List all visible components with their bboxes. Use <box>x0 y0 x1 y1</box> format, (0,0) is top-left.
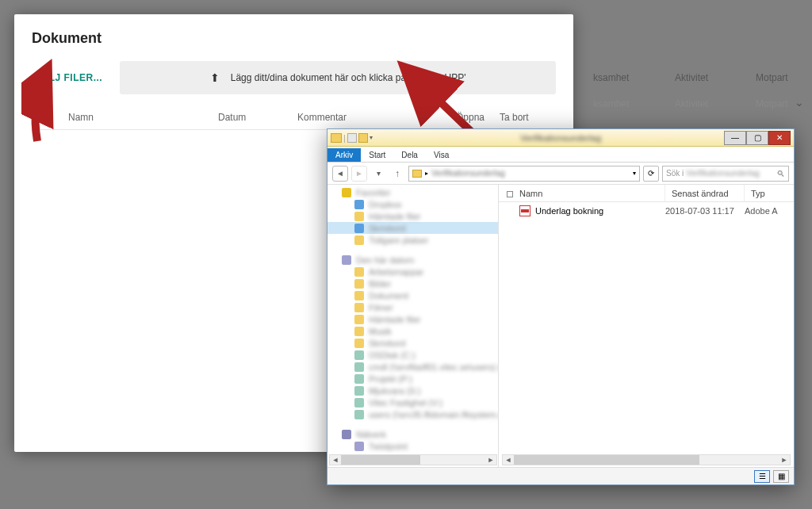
folder-icon <box>331 133 342 143</box>
tree-pc-item[interactable]: cmdl (\\srvfiladf01.vitec.se\users) (H:) <box>327 361 498 373</box>
tree-fav-item[interactable]: Dropbox <box>327 198 498 210</box>
search-icon: 🔍︎ <box>776 169 785 178</box>
refresh-button[interactable]: ⟳ <box>643 166 659 182</box>
scroll-left-icon[interactable]: ◄ <box>503 455 514 465</box>
path-separator-icon: ▸ <box>425 170 428 177</box>
bg-sub-aktivitet: Aktivitet <box>651 94 731 114</box>
tree-fav-item[interactable]: Tidigare platser <box>327 234 498 246</box>
tree-pc-item[interactable]: Projekt (P:) <box>327 373 498 385</box>
tab-start[interactable]: Start <box>361 148 393 162</box>
tree-thispc[interactable]: Den här datorn <box>327 254 498 266</box>
col-oppna: Öppna <box>456 112 500 123</box>
scroll-left-icon[interactable]: ◄ <box>330 456 341 464</box>
network-drive-icon <box>354 374 364 384</box>
tree-favorites[interactable]: Favoriter <box>327 186 498 198</box>
tree-pc-item[interactable]: Skrivbord <box>327 337 498 349</box>
scroll-right-icon[interactable]: ► <box>779 455 790 465</box>
explorer-statusbar: ☰ ▦ <box>327 467 794 484</box>
folder-icon <box>354 339 364 348</box>
nav-history-dropdown[interactable]: ▾ <box>370 166 386 182</box>
qat-newfolder-icon[interactable] <box>358 133 368 143</box>
ribbon-tabs: Arkiv Start Dela Visa <box>327 147 794 163</box>
explorer-titlebar[interactable]: | ▾ Verifikationsunderlag — ▢ ✕ <box>327 129 794 147</box>
tree-network[interactable]: Nätverk <box>327 428 498 440</box>
col-namn: Namn <box>32 112 218 123</box>
search-scope: Verifikationsunderlag <box>686 169 760 178</box>
maximize-button[interactable]: ▢ <box>746 131 768 145</box>
expand-chevron-icon[interactable]: ⌄ <box>795 96 804 109</box>
pdf-icon <box>519 205 530 216</box>
tree-pc-item[interactable]: Bilder <box>327 277 498 289</box>
folder-tree[interactable]: Favoriter Dropbox Hämtade filer Skrivbor… <box>327 185 499 467</box>
file-dropzone[interactable]: ⬆︎ Lägg ditt/dina dokument här och klick… <box>120 61 556 94</box>
list-col-typ[interactable]: Typ <box>745 185 792 201</box>
pc-icon <box>354 442 364 451</box>
file-list-header: Namn Senast ändrad Typ <box>499 185 794 202</box>
tab-dela[interactable]: Dela <box>393 148 426 162</box>
drive-icon <box>354 350 364 360</box>
bg-col-ksamhet: ksamhet <box>571 67 651 91</box>
choose-files-button[interactable]: VÄLJ FILER... <box>32 64 105 91</box>
dropzone-hint: Lägg ditt/dina dokument här och klicka p… <box>231 72 466 83</box>
nav-back-button[interactable]: ◄ <box>332 166 348 182</box>
minimize-button[interactable]: — <box>724 131 746 145</box>
folder-icon <box>354 315 364 324</box>
network-icon <box>342 430 351 439</box>
network-drive-icon <box>354 410 364 419</box>
folder-icon <box>354 235 364 245</box>
qat-properties-icon[interactable] <box>347 133 357 143</box>
tree-pc-item[interactable]: Filmer <box>327 301 498 313</box>
scroll-thumb[interactable] <box>514 455 699 465</box>
bg-sub-ksamhet: ksamhet <box>571 94 651 114</box>
scroll-thumb[interactable] <box>341 455 420 465</box>
search-input[interactable]: Sök i Verifikationsunderlag 🔍︎ <box>662 166 789 182</box>
list-col-andrad[interactable]: Senast ändrad <box>665 185 745 201</box>
modal-title: Dokument <box>32 30 556 47</box>
explorer-nav: ◄ ► ▾ ↑ ▸ Verifikationsunderlag ▾ ⟳ Sök … <box>327 163 794 185</box>
tree-pc-item[interactable]: Hämtade filer <box>327 313 498 325</box>
tab-arkiv[interactable]: Arkiv <box>327 148 361 162</box>
network-drive-icon <box>354 398 364 408</box>
tree-pc-item[interactable]: OSDisk (C:) <box>327 349 498 361</box>
tab-visa[interactable]: Visa <box>426 148 457 162</box>
tree-fav-item[interactable]: Hämtade filer <box>327 210 498 222</box>
close-button[interactable]: ✕ <box>768 131 791 145</box>
upload-icon: ⬆︎ <box>210 71 220 84</box>
file-row[interactable]: Underlag bokning 2018-07-03 11:17 Adobe … <box>499 202 794 220</box>
view-large-icons-button[interactable]: ▦ <box>773 470 789 483</box>
file-explorer-window: | ▾ Verifikationsunderlag — ▢ ✕ Arkiv St… <box>327 128 795 485</box>
network-drive-icon <box>354 362 364 372</box>
view-details-button[interactable]: ☰ <box>754 470 770 483</box>
pc-icon <box>342 255 351 265</box>
tree-fav-item-selected[interactable]: Skrivbord <box>327 222 498 234</box>
tree-net-item[interactable]: Twistpoint <box>327 440 498 452</box>
col-tabort: Ta bort <box>500 112 543 123</box>
tree-pc-item[interactable]: Arbetsmappar <box>327 266 498 277</box>
tree-pc-item[interactable]: Mjukvara (S:) <box>327 385 498 396</box>
path-dropdown-icon[interactable]: ▾ <box>633 170 636 177</box>
list-col-namn[interactable]: Namn <box>499 185 665 201</box>
tree-horizontal-scrollbar[interactable]: ◄ ► <box>329 454 497 465</box>
nav-forward-button[interactable]: ► <box>351 166 367 182</box>
qat-dropdown-icon[interactable]: ▾ <box>370 134 373 141</box>
folder-icon <box>354 267 364 277</box>
tree-pc-item[interactable]: users (\\srv35.fltdomain.fltsystem.se) (… <box>327 408 498 420</box>
list-horizontal-scrollbar[interactable]: ◄ ► <box>502 454 791 465</box>
folder-icon <box>354 327 364 336</box>
col-datum: Datum <box>218 112 297 123</box>
bg-col-aktivitet: Aktivitet <box>651 67 731 91</box>
tree-pc-item[interactable]: Vitec Fastighet (V:) <box>327 396 498 408</box>
nav-up-button[interactable]: ↑ <box>389 166 405 182</box>
folder-icon <box>354 291 364 300</box>
tree-pc-item[interactable]: Dokument <box>327 289 498 301</box>
desktop-icon <box>354 224 364 233</box>
address-bar[interactable]: ▸ Verifikationsunderlag ▾ <box>408 166 640 182</box>
folder-icon <box>354 212 364 221</box>
scroll-right-icon[interactable]: ► <box>485 456 496 464</box>
search-prefix: Sök i <box>666 169 684 178</box>
explorer-window-title: Verifikationsunderlag <box>520 133 601 143</box>
tree-pc-item[interactable]: Musik <box>327 325 498 337</box>
network-drive-icon <box>354 386 364 396</box>
folder-icon <box>354 200 364 209</box>
file-modified: 2018-07-03 11:17 <box>665 206 745 216</box>
